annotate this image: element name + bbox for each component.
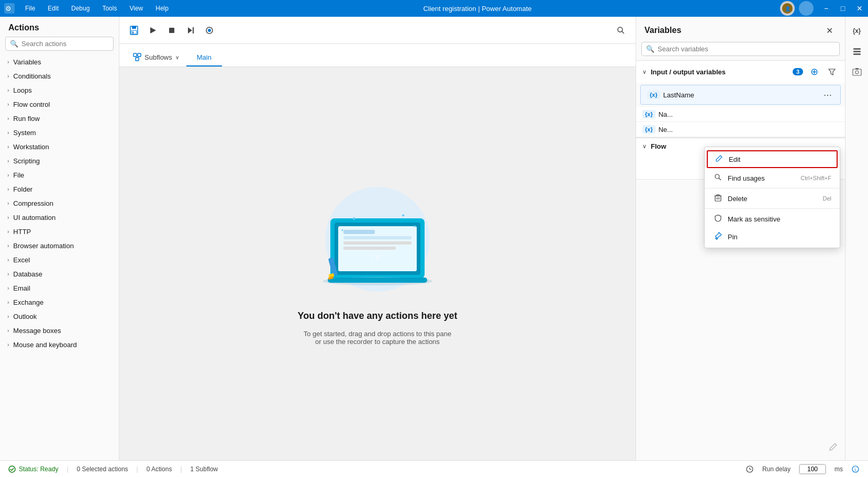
variable-name: LastName (663, 91, 821, 99)
svg-rect-52 (853, 53, 861, 55)
context-menu-pin[interactable]: Pin (705, 228, 840, 246)
variable-item-na[interactable]: {x} Na... (636, 107, 845, 122)
svg-text:⚙: ⚙ (5, 5, 12, 13)
filter-button[interactable] (825, 65, 839, 79)
action-item-http[interactable]: › HTTP (0, 225, 119, 239)
tab-subflows[interactable]: Subflows ∨ (126, 49, 186, 66)
context-menu-mark-sensitive[interactable]: Mark as sensitive (705, 210, 840, 228)
action-item-message-boxes[interactable]: › Message boxes (0, 324, 119, 338)
stop-button[interactable] (163, 22, 180, 39)
subflows-chevron-icon: ∨ (175, 54, 179, 60)
action-item-email[interactable]: › Email (0, 281, 119, 295)
variables-close-button[interactable]: ✕ (822, 23, 837, 38)
svg-text:👤: 👤 (785, 6, 791, 12)
user-avatar[interactable]: 👤 (780, 1, 795, 16)
close-button[interactable]: ✕ (851, 0, 868, 17)
find-usages-shortcut: Ctrl+Shift+F (800, 175, 831, 181)
menu-debug[interactable]: Debug (65, 0, 96, 17)
action-item-variables[interactable]: › Variables (0, 55, 119, 69)
app-icon: ⚙ (4, 3, 15, 14)
variables-panel-toggle[interactable]: {x} (848, 21, 866, 40)
action-item-excel[interactable]: › Excel (0, 253, 119, 267)
menu-file[interactable]: File (19, 0, 41, 17)
variable-item-lastname[interactable]: {x} LastName ⋯ (640, 85, 841, 105)
account-circle[interactable] (799, 1, 814, 16)
action-item-scripting[interactable]: › Scripting (0, 154, 119, 168)
subflow-count-label: 1 Subflow (191, 465, 218, 473)
variables-search-icon: 🔍 (646, 45, 654, 53)
tab-main[interactable]: Main (186, 49, 222, 66)
action-label: Browser automation (13, 242, 74, 250)
find-usages-label: Find usages (728, 174, 795, 182)
svg-line-59 (750, 469, 751, 470)
chevron-right-icon: › (7, 73, 9, 79)
run-button[interactable] (144, 22, 161, 39)
search-variables-input[interactable] (658, 45, 835, 53)
action-label: Workstation (13, 143, 49, 151)
clock-icon (745, 465, 754, 473)
svg-marker-39 (829, 69, 835, 75)
run-delay-input[interactable] (799, 464, 826, 474)
context-menu-delete[interactable]: Delete Del (705, 190, 840, 207)
layers-button[interactable] (848, 42, 866, 61)
record-button[interactable] (201, 22, 218, 39)
action-item-outlook[interactable]: › Outlook (0, 309, 119, 324)
toolbar (119, 17, 636, 44)
restore-button[interactable]: □ (834, 0, 851, 17)
actions-panel: Actions 🔍 › Variables › Conditionals › L… (0, 17, 119, 460)
variable-tag: {x} (642, 125, 655, 134)
menu-view[interactable]: View (123, 0, 149, 17)
context-menu-edit[interactable]: Edit (707, 150, 838, 168)
action-item-compression[interactable]: › Compression (0, 196, 119, 210)
menu-edit[interactable]: Edit (41, 0, 65, 17)
action-label: Message boxes (13, 327, 61, 335)
variables-search-box[interactable]: 🔍 (641, 42, 840, 56)
svg-rect-27 (343, 241, 411, 245)
run-delay-unit: ms (834, 465, 843, 473)
action-item-flow-control[interactable]: › Flow control (0, 97, 119, 112)
menu-tools[interactable]: Tools (96, 0, 123, 17)
action-item-folder[interactable]: › Folder (0, 182, 119, 196)
info-icon[interactable]: i (851, 465, 860, 473)
action-item-browser-automation[interactable]: › Browser automation (0, 239, 119, 253)
action-item-file[interactable]: › File (0, 168, 119, 182)
action-item-ui-automation[interactable]: › UI automation (0, 210, 119, 225)
variable-name: Na... (659, 110, 839, 118)
action-item-run-flow[interactable]: › Run flow (0, 112, 119, 126)
actions-panel-header: Actions (0, 17, 119, 37)
menu-help[interactable]: Help (149, 0, 175, 17)
variable-item-ne[interactable]: {x} Ne... (636, 122, 845, 137)
chevron-right-icon: › (7, 172, 9, 178)
context-menu-find-usages[interactable]: Find usages Ctrl+Shift+F (705, 169, 840, 187)
action-item-loops[interactable]: › Loops (0, 83, 119, 97)
io-section-count: 3 (793, 68, 803, 75)
actions-search-box[interactable]: 🔍 (5, 37, 114, 51)
action-item-conditionals[interactable]: › Conditionals (0, 69, 119, 83)
action-item-system[interactable]: › System (0, 126, 119, 140)
action-item-mouse-keyboard[interactable]: › Mouse and keyboard (0, 338, 119, 352)
actions-list: › Variables › Conditionals › Loops › Flo… (0, 55, 119, 460)
minimize-button[interactable]: − (818, 0, 834, 17)
action-label: Run flow (13, 115, 40, 123)
add-variable-button[interactable]: ⊕ (807, 65, 821, 79)
image-button[interactable] (848, 63, 866, 82)
svg-text:✦: ✦ (413, 224, 417, 229)
search-actions-input[interactable] (21, 40, 109, 48)
chevron-right-icon: › (7, 130, 9, 136)
save-button[interactable] (126, 22, 142, 39)
svg-rect-6 (131, 30, 137, 34)
action-item-exchange[interactable]: › Exchange (0, 295, 119, 309)
action-item-workstation[interactable]: › Workstation (0, 140, 119, 154)
shield-icon (713, 214, 722, 224)
action-item-database[interactable]: › Database (0, 267, 119, 281)
run-delay-spinner[interactable] (799, 464, 826, 474)
variable-more-button[interactable]: ⋯ (821, 88, 834, 101)
svg-rect-31 (328, 278, 427, 283)
svg-point-56 (9, 466, 15, 472)
svg-text:✦: ✦ (341, 228, 344, 232)
canvas-search-button[interactable] (613, 22, 629, 39)
svg-text:☞: ☞ (370, 250, 383, 266)
input-output-section-header[interactable]: ∨ Input / output variables 3 ⊕ (636, 60, 845, 83)
chevron-right-icon: › (7, 186, 9, 192)
step-button[interactable] (182, 22, 199, 39)
